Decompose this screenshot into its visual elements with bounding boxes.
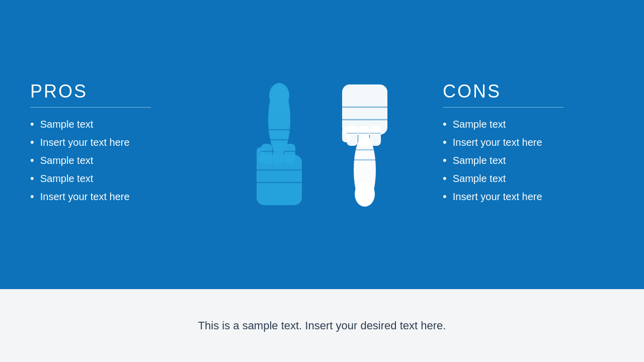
pros-title: PROS	[30, 81, 201, 102]
footer-text[interactable]: This is a sample text. Insert your desir…	[198, 317, 446, 334]
svg-point-13	[269, 83, 289, 108]
list-item[interactable]: Insert your text here	[30, 136, 201, 149]
svg-point-27	[355, 182, 375, 207]
pros-divider	[30, 107, 151, 108]
list-item[interactable]: Sample text	[30, 172, 201, 185]
pros-column: PROS Sample text Insert your text here S…	[30, 81, 201, 208]
list-item[interactable]: Insert your text here	[30, 190, 201, 203]
center-icons	[239, 64, 405, 225]
content-wrapper: PROS Sample text Insert your text here S…	[0, 0, 644, 289]
main-section: PROS Sample text Insert your text here S…	[0, 0, 644, 289]
list-item[interactable]: Sample text	[443, 154, 614, 167]
svg-rect-20	[342, 127, 350, 142]
cons-divider	[443, 107, 564, 108]
svg-rect-6	[257, 147, 265, 162]
pros-list: Sample text Insert your text here Sample…	[30, 118, 201, 203]
thumbs-up-icon	[239, 64, 319, 225]
list-item[interactable]: Sample text	[443, 118, 614, 131]
footer-section: This is a sample text. Insert your desir…	[0, 289, 644, 362]
list-item[interactable]: Insert your text here	[443, 190, 614, 203]
list-item[interactable]: Insert your text here	[443, 136, 614, 149]
list-item[interactable]: Sample text	[443, 172, 614, 185]
thumbs-down-icon	[325, 64, 405, 225]
cons-list: Sample text Insert your text here Sample…	[443, 118, 614, 203]
cons-column: CONS Sample text Insert your text here S…	[443, 81, 614, 208]
list-item[interactable]: Sample text	[30, 154, 201, 167]
cons-title: CONS	[443, 81, 614, 102]
list-item[interactable]: Sample text	[30, 118, 201, 131]
